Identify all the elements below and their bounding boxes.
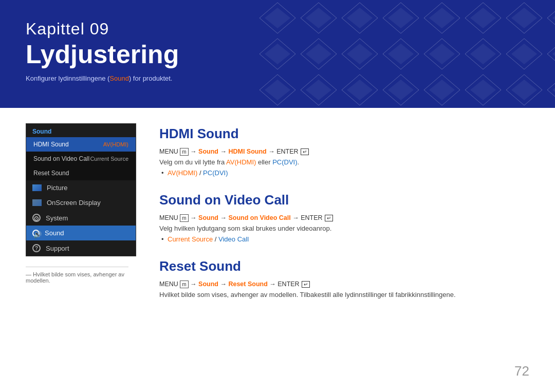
- separator-line: [26, 267, 128, 267]
- pc-dvi-bullet: PC(DVI): [203, 169, 228, 177]
- video-bullets: Current Source / Video Call: [159, 235, 529, 243]
- sound-icon: 🔊: [32, 230, 40, 237]
- content-panel: HDMI Sound MENU m → Sound → HDMI Sound →…: [159, 123, 529, 314]
- picture-icon: [32, 184, 42, 191]
- reset-menu-path: MENU m → Sound → Reset Sound → ENTER ↵: [159, 281, 529, 288]
- pc-dvi-link-1: PC(DVI): [272, 158, 297, 166]
- main-content: Sound HDMI Sound AV(HDMI) Sound on Video…: [0, 108, 555, 324]
- chapter-label: Kapittel 09: [26, 20, 179, 39]
- sidebar-item-picture[interactable]: Picture: [26, 180, 136, 195]
- sidebar-system-label: System: [46, 214, 68, 222]
- hdmi-bullet-1: AV(HDMI) / PC(DVI): [168, 169, 529, 177]
- section-video-title: Sound on Video Call: [159, 192, 529, 208]
- hdmi-menu-path: MENU m → Sound → HDMI Sound → ENTER ↵: [159, 148, 529, 155]
- page-number: 72: [514, 363, 529, 379]
- menu-panel: Sound HDMI Sound AV(HDMI) Sound on Video…: [26, 123, 139, 314]
- video-call-link: Video Call: [218, 235, 249, 243]
- section-reset-sound: Reset Sound MENU m → Sound → Reset Sound…: [159, 258, 529, 298]
- path-sound-3: Sound: [198, 281, 218, 288]
- path-sound-1: Sound: [198, 148, 218, 155]
- av-hdmi-link: AV(HDMI): [226, 158, 256, 166]
- sidebar-onscreen-label: OnScreen Display: [47, 199, 101, 207]
- path-sound-2: Sound: [198, 214, 218, 221]
- path-hdmi-sound: HDMI Sound: [228, 148, 266, 155]
- video-description: Velg hvilken lydutgang som skal brukes u…: [159, 225, 529, 232]
- menu-sym-2: m: [180, 214, 188, 222]
- submenu: HDMI Sound AV(HDMI) Sound on Video Call …: [26, 137, 136, 180]
- subtitle-after: ) for produktet.: [129, 74, 173, 82]
- enter-sym-2: ↵: [325, 215, 333, 221]
- menu-sym-1: m: [180, 148, 188, 156]
- submenu-hdmi-value: AV(HDMI): [103, 141, 128, 147]
- page-title: Lydjustering: [26, 40, 179, 69]
- video-bullet-1: Current Source / Video Call: [168, 235, 529, 243]
- submenu-hdmi-sound[interactable]: HDMI Sound AV(HDMI): [26, 137, 136, 152]
- diamond-pattern-svg: [257, 0, 555, 108]
- header-text: Kapittel 09 Lydjustering Konfigurer lydi…: [26, 20, 179, 82]
- path-video-call: Sound on Video Call: [228, 214, 290, 221]
- current-source-link: Current Source: [168, 235, 213, 243]
- subtitle-highlight: Sound: [109, 74, 129, 82]
- sidebar-support-label: Support: [46, 245, 69, 252]
- section-reset-title: Reset Sound: [159, 258, 529, 274]
- hdmi-description: Velg om du vil lytte fra AV(HDMI) eller …: [159, 158, 529, 166]
- sidebar-picture-label: Picture: [47, 184, 67, 192]
- sidebar-item-system[interactable]: ⚙ System: [26, 210, 136, 226]
- menu-sym-3: m: [180, 281, 188, 288]
- enter-sym-3: ↵: [302, 281, 310, 288]
- reset-description: Hvilket bilde som vises, avhenger av mod…: [159, 291, 529, 298]
- onscreen-icon: [32, 199, 42, 206]
- submenu-video-call[interactable]: Sound on Video Call Current Source: [26, 152, 136, 166]
- sidebar-item-onscreen[interactable]: OnScreen Display: [26, 195, 136, 210]
- footnote: ― Hvilket bilde som vises, avhenger av m…: [26, 271, 139, 284]
- subtitle-before: Konfigurer lydinnstillingene (: [26, 74, 109, 82]
- path-reset-sound: Reset Sound: [228, 281, 267, 288]
- svg-rect-2: [257, 0, 555, 108]
- section-hdmi-title: HDMI Sound: [159, 126, 529, 142]
- submenu-hdmi-label: HDMI Sound: [33, 141, 69, 148]
- enter-sym-1: ↵: [301, 148, 309, 155]
- support-icon: ?: [32, 244, 41, 252]
- submenu-video-label: Sound on Video Call: [33, 155, 89, 162]
- system-icon: ⚙: [32, 214, 41, 222]
- subtitle: Konfigurer lydinnstillingene (Sound) for…: [26, 74, 179, 82]
- video-menu-path: MENU m → Sound → Sound on Video Call → E…: [159, 214, 529, 221]
- sidebar-item-support[interactable]: ? Support: [26, 240, 136, 256]
- menu-screenshot: Sound HDMI Sound AV(HDMI) Sound on Video…: [26, 123, 136, 256]
- section-video-call: Sound on Video Call MENU m → Sound → Sou…: [159, 192, 529, 243]
- submenu-reset-sound[interactable]: Reset Sound: [26, 166, 136, 180]
- menu-heading: Sound: [26, 124, 136, 137]
- av-hdmi-bullet: AV(HDMI): [168, 169, 197, 177]
- sidebar-sound-label: Sound: [45, 229, 64, 237]
- submenu-video-value: Current Source: [90, 156, 128, 162]
- submenu-reset-label: Reset Sound: [33, 170, 69, 177]
- header-banner: Kapittel 09 Lydjustering Konfigurer lydi…: [0, 0, 555, 108]
- sidebar-item-sound[interactable]: 🔊 Sound: [26, 226, 136, 240]
- hdmi-bullets: AV(HDMI) / PC(DVI): [159, 169, 529, 177]
- section-hdmi-sound: HDMI Sound MENU m → Sound → HDMI Sound →…: [159, 126, 529, 177]
